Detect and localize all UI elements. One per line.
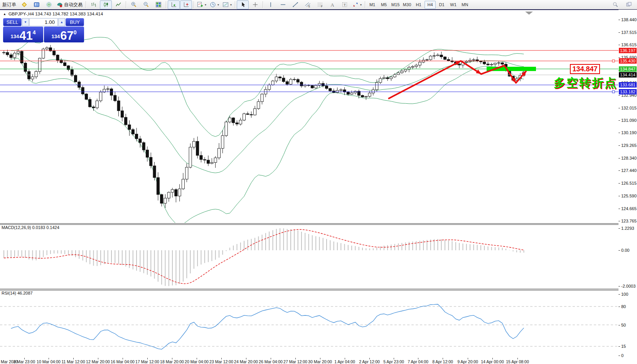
signals-button[interactable] bbox=[43, 0, 55, 9]
sell-button[interactable]: SELL bbox=[3, 18, 22, 26]
new-order-button[interactable]: 新订单 bbox=[1, 0, 18, 9]
timeframe-h1[interactable]: H1 bbox=[413, 1, 424, 9]
macd-label: MACD(12,26,9) 0.0183 0.1424 bbox=[2, 225, 59, 230]
windows-button[interactable] bbox=[623, 0, 635, 9]
time-tick-label: 15 Apr 08:00 bbox=[506, 359, 529, 364]
vertical-line-button[interactable] bbox=[265, 0, 276, 9]
search-icon bbox=[612, 2, 618, 8]
horizontal-line-button[interactable] bbox=[277, 0, 289, 9]
time-tick-label: 7 Apr 04:00 bbox=[408, 359, 428, 364]
toolbar-separator bbox=[365, 1, 365, 8]
timeframe-d1[interactable]: D1 bbox=[436, 1, 447, 9]
scroll-marker-icon[interactable] bbox=[525, 12, 533, 15]
macd-zero-label: 0.00 bbox=[621, 248, 629, 253]
volume-input[interactable]: 1.00 bbox=[29, 18, 58, 26]
timeframe-m15[interactable]: M15 bbox=[390, 1, 401, 9]
toolbar-right-group bbox=[609, 0, 635, 9]
toolbar-separator bbox=[235, 1, 235, 8]
rsi-tick-label: 80 bbox=[621, 304, 626, 309]
tile-windows-button[interactable] bbox=[152, 0, 164, 9]
timeframe-m1-label: M1 bbox=[369, 2, 375, 7]
axis-tick bbox=[618, 196, 620, 196]
timeframe-d1-label: D1 bbox=[439, 2, 445, 7]
bollinger-upper bbox=[11, 37, 524, 137]
zoom-out-button[interactable] bbox=[140, 0, 152, 9]
level-price-badge: 133.681 bbox=[619, 82, 637, 88]
trendline-button[interactable] bbox=[289, 0, 301, 9]
collapse-panel-icon[interactable]: ▲ bbox=[3, 12, 6, 16]
price-tick-label: 126.515 bbox=[621, 181, 637, 185]
crosshair-button[interactable] bbox=[249, 0, 261, 9]
templates-button[interactable]: ▾ bbox=[221, 0, 233, 9]
time-tick bbox=[443, 358, 443, 359]
text-button[interactable]: A bbox=[326, 0, 338, 9]
price-tick-label: 125.590 bbox=[621, 194, 637, 198]
time-tick-label: 20 Mar 04:00 bbox=[185, 359, 209, 364]
timeframe-h4[interactable]: H4 bbox=[425, 1, 436, 9]
sell-price[interactable]: 134 41 4 bbox=[3, 27, 43, 42]
annotation-text[interactable]: 多空转折点 bbox=[554, 75, 617, 91]
toolbar-separator bbox=[194, 1, 194, 8]
time-tick bbox=[345, 358, 345, 359]
chart-window: ▲ GBPJPY-,H4 134.743 134.782 134.383 134… bbox=[0, 10, 637, 364]
volume-decrease-button[interactable]: ▼ bbox=[22, 18, 29, 26]
time-tick-label: 2 Apr 12:00 bbox=[359, 359, 380, 364]
price-tick-label: 124.665 bbox=[621, 206, 637, 211]
new-order-button-label: 新订单 bbox=[2, 2, 16, 8]
timeframe-m5[interactable]: M5 bbox=[378, 1, 389, 9]
timeframe-m1[interactable]: M1 bbox=[367, 1, 378, 9]
zoom-in-button[interactable] bbox=[128, 0, 140, 9]
yellow-tag-icon bbox=[21, 2, 27, 8]
level-price-badge: 135.430 bbox=[619, 58, 637, 64]
time-axis[interactable]: Mar 20208 Mar 23:0010 Mar 04:0011 Mar 12… bbox=[0, 358, 637, 364]
timeframe-m30[interactable]: M30 bbox=[401, 1, 413, 9]
time-tick-label: 10 Mar 04:00 bbox=[37, 359, 61, 364]
time-tick bbox=[295, 358, 296, 359]
cursor-button[interactable] bbox=[237, 0, 249, 9]
price-axis[interactable]: 138.440137.515136.615135.690134.765133.8… bbox=[618, 10, 637, 364]
axis-tick bbox=[618, 20, 620, 20]
price-tick-label: 128.340 bbox=[621, 156, 637, 160]
volume-increase-button[interactable]: ▲ bbox=[58, 18, 65, 26]
indicators-button[interactable]: ▾ bbox=[195, 0, 208, 9]
autotrade-button[interactable]: 自动交易 bbox=[55, 0, 84, 9]
time-tick bbox=[394, 358, 394, 359]
price-callout[interactable]: 134.847 bbox=[570, 64, 600, 74]
time-tick bbox=[172, 358, 172, 359]
channel-button[interactable]: E bbox=[302, 0, 313, 9]
time-tick bbox=[24, 358, 25, 359]
alerts-button[interactable] bbox=[18, 0, 30, 9]
price-tick-label: 138.440 bbox=[621, 17, 637, 22]
timeframe-mn[interactable]: MN bbox=[459, 1, 470, 9]
auto-scroll-button[interactable] bbox=[168, 0, 180, 9]
periods-button[interactable]: ▾ bbox=[208, 0, 221, 9]
arrows-button[interactable]: ▾ bbox=[351, 0, 363, 9]
time-tick-label: 8 Mar 23:00 bbox=[13, 359, 35, 364]
line-handle[interactable] bbox=[612, 60, 615, 62]
search-button[interactable] bbox=[609, 0, 621, 9]
rsi-tick-label: 15 bbox=[621, 344, 626, 349]
bar-chart-icon bbox=[91, 2, 97, 8]
time-tick-label: 14 Apr 00:00 bbox=[481, 359, 504, 364]
buy-button[interactable]: BUY bbox=[66, 18, 84, 26]
buy-price[interactable]: 134 67 0 bbox=[44, 27, 84, 42]
market-button[interactable] bbox=[30, 0, 42, 9]
vline-icon bbox=[268, 2, 274, 8]
chart-shift-button[interactable] bbox=[180, 0, 192, 9]
time-tick-label: 9 Apr 20:00 bbox=[457, 359, 478, 364]
toolbar-separator bbox=[86, 1, 86, 8]
time-tick-label: 30 Mar 20:00 bbox=[308, 359, 332, 364]
toolbar: 新订单自动交易▾▾▾EFAT▾M1M5M15M30H1H4D1W1MN bbox=[0, 0, 637, 10]
svg-text:E: E bbox=[308, 5, 310, 8]
fibonacci-button[interactable]: F bbox=[314, 0, 326, 9]
time-tick bbox=[468, 358, 468, 359]
line-chart-button[interactable] bbox=[112, 0, 124, 9]
bar-chart-button[interactable] bbox=[88, 0, 99, 9]
chart-canvas[interactable] bbox=[0, 10, 637, 364]
text-label-button[interactable]: T bbox=[339, 0, 351, 9]
axis-tick bbox=[618, 170, 620, 171]
macd-max-label: 1.2293 bbox=[621, 226, 634, 231]
timeframe-w1[interactable]: W1 bbox=[448, 1, 459, 9]
axis-tick bbox=[618, 32, 620, 33]
candle-chart-button[interactable] bbox=[100, 0, 112, 9]
